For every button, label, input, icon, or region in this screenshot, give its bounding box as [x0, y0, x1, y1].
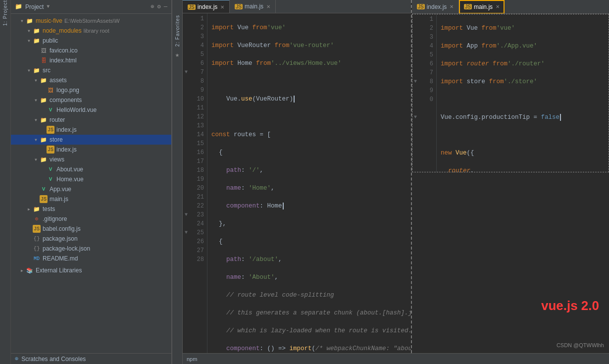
arrow-icon: ▼	[35, 157, 40, 162]
tree-item-store[interactable]: ▼ 📁 store	[11, 135, 171, 145]
code-line-3: import Home from '../views/Home.vue'	[211, 59, 411, 68]
tab-close-icon[interactable]: ✕	[266, 4, 270, 9]
tab-close-icon[interactable]: ✕	[450, 4, 454, 9]
tree-label: README.md	[43, 255, 78, 262]
right-code-line-5	[441, 95, 609, 104]
tree-item-views[interactable]: ▼ 📁 views	[11, 155, 171, 164]
project-panel: 📁 Project ▼ ⊕ ⚙ — ▼ 📁 music-five E:\WebS…	[11, 0, 172, 364]
tree-label: About.vue	[56, 166, 83, 173]
vuejs-watermark: vue.js 2.0	[541, 298, 599, 313]
spacer	[42, 167, 47, 172]
tree-item-external-libs[interactable]: ▶ 📚 External Libraries	[11, 265, 171, 275]
tab-main-js-right[interactable]: JS main.js ✕	[459, 0, 505, 14]
tree-item-store-index[interactable]: JS index.js	[11, 145, 171, 155]
chevron-down-icon[interactable]: ▼	[47, 4, 50, 9]
tree-item-node-modules[interactable]: ▼ 📁 node_modules library root	[11, 26, 171, 36]
tree-item-package-lock[interactable]: {} package-lock.json	[11, 244, 171, 254]
folder-icon: 📁	[40, 96, 48, 104]
spacer	[42, 88, 47, 93]
tab-index-js[interactable]: JS index.js ✕	[183, 0, 230, 13]
tab-index-js-right[interactable]: JS index.js ✕	[412, 0, 459, 14]
scratches-label[interactable]: Scratches and Consoles	[21, 356, 86, 363]
file-icon: 🗄	[40, 56, 48, 64]
watermark-area: vue.js 2.0 CSDN @QTWWlhh	[412, 172, 609, 353]
tab-label: main.js	[474, 3, 493, 10]
tree-label: index.js	[56, 126, 77, 133]
right-code-content[interactable]: import Vue from 'vue' import App from '.…	[437, 14, 609, 172]
code-line-10: name: 'Home',	[211, 184, 411, 193]
tree-item-main-js[interactable]: JS main.js	[11, 194, 171, 204]
tree-item-router-index[interactable]: JS index.js	[11, 125, 171, 135]
arrow-icon: ▼	[35, 138, 40, 142]
code-line-15: name: 'About',	[211, 273, 411, 282]
tree-item-babel[interactable]: JS babel.config.js	[11, 224, 171, 234]
settings-icon[interactable]: ⚙	[157, 3, 161, 10]
code-line-7: const routes = [	[211, 130, 411, 139]
arrow-icon: ▼	[35, 78, 40, 83]
spacer	[42, 128, 47, 132]
tree-item-favicon[interactable]: 🖼 favicon.ico	[11, 46, 171, 55]
right-line-numbers: 1 2 3 4 5 6 7 8 9 0	[419, 14, 437, 172]
close-panel-icon[interactable]: —	[164, 3, 167, 10]
tree-label: HelloWorld.vue	[56, 106, 97, 113]
file-icon: JS	[33, 225, 41, 233]
tree-item-public[interactable]: ▼ 📁 public	[11, 36, 171, 46]
favorites-label[interactable]: 2: Favorites	[175, 15, 180, 47]
tree-label: components	[50, 97, 82, 104]
arrow-icon: ▼	[21, 19, 26, 23]
csdn-watermark: CSDN @QTWWlhh	[557, 342, 604, 348]
folder-icon: 📁	[40, 136, 48, 144]
tree-item-logo[interactable]: 🖼 logo.png	[11, 85, 171, 95]
tree-item-gitignore[interactable]: ⊙ .gitignore	[11, 214, 171, 224]
panel-header: 📁 Project ▼ ⊕ ⚙ —	[11, 0, 171, 14]
tab-label: index.js	[198, 3, 218, 10]
code-line-6	[211, 112, 411, 121]
tree-item-components[interactable]: ▼ 📁 components	[11, 95, 171, 105]
tree-item-tests[interactable]: ▶ 📁 tests	[11, 204, 171, 214]
tree-item-home[interactable]: V Home.vue	[11, 174, 171, 184]
panel-title: Project	[25, 3, 44, 10]
left-code-content[interactable]: import Vue from 'vue' import VueRouter f…	[207, 13, 411, 353]
spacer	[35, 58, 40, 63]
js-icon: JS	[417, 4, 425, 9]
tree-label: tests	[43, 206, 55, 212]
tree-label: package.json	[43, 235, 78, 242]
tree-sublabel: library root	[84, 28, 109, 34]
tree-item-index-html[interactable]: 🗄 index.html	[11, 55, 171, 65]
tree-item-package[interactable]: {} package.json	[11, 234, 171, 244]
tree-item-src[interactable]: ▼ 📁 src	[11, 65, 171, 75]
file-icon: V	[40, 185, 48, 193]
right-code-line-1: import Vue from 'vue'	[441, 24, 609, 33]
spacer	[28, 247, 33, 251]
tab-close-icon[interactable]: ✕	[496, 4, 500, 9]
tree-item-app[interactable]: V App.vue	[11, 184, 171, 194]
tab-close-icon[interactable]: ✕	[220, 4, 224, 10]
file-icon: 🖼	[47, 86, 54, 94]
project-strip-label[interactable]: 1: Project	[2, 0, 8, 29]
tree-sublabel: E:\WebStormAssets\W	[64, 18, 120, 24]
spacer	[35, 187, 40, 192]
arrow-icon: ▼	[28, 68, 33, 73]
arrow-icon: ▼	[28, 29, 33, 33]
code-line-12: },	[211, 219, 411, 228]
tree-item-readme[interactable]: MD README.md	[11, 254, 171, 263]
tree-label: App.vue	[50, 186, 71, 193]
folder-icon: 📁	[33, 27, 41, 35]
tree-item-root[interactable]: ▼ 📁 music-five E:\WebStormAssets\W	[11, 16, 171, 26]
editors-row: JS index.js ✕ JS main.js ✕	[183, 0, 609, 353]
tree-label: public	[43, 37, 58, 44]
new-file-icon[interactable]: ⊕	[151, 3, 154, 10]
tree-item-helloworld[interactable]: V HelloWorld.vue	[11, 105, 171, 115]
star-icon[interactable]: ★	[175, 51, 179, 59]
code-line-18: // which is lazy-loaded when the route i…	[211, 326, 411, 335]
js-icon: JS	[464, 4, 472, 9]
tree-label: src	[43, 67, 51, 74]
tab-main-js[interactable]: JS main.js ✕	[230, 0, 276, 13]
tree-item-about[interactable]: V About.vue	[11, 164, 171, 174]
tree-item-assets[interactable]: ▼ 📁 assets	[11, 75, 171, 85]
project-strip: 1: Project	[0, 0, 11, 364]
tree-label: node_modules	[43, 27, 82, 34]
tree-item-router[interactable]: ▼ 📁 router	[11, 115, 171, 125]
npm-label: npm	[187, 356, 197, 362]
favorites-strip: 2: Favorites ★	[172, 0, 183, 364]
